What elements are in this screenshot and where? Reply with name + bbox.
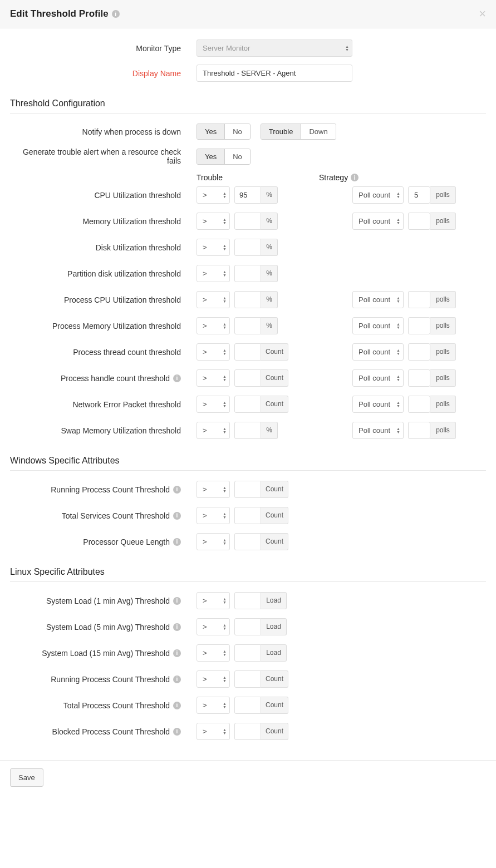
unit-swap: % bbox=[261, 422, 278, 439]
lin-op-select-total[interactable]: > ▲▼ bbox=[197, 697, 230, 714]
lin-unit-load1: Load bbox=[261, 592, 287, 609]
lin-op-select-load1[interactable]: > ▲▼ bbox=[197, 592, 230, 609]
divider bbox=[10, 113, 486, 114]
win-value-input-queue[interactable] bbox=[234, 533, 261, 550]
op-select-part[interactable]: > ▲▼ bbox=[197, 265, 230, 282]
lin-op-select-running[interactable]: > ▲▼ bbox=[197, 670, 230, 688]
win-op-select-running[interactable]: > ▲▼ bbox=[197, 481, 230, 498]
lin-op-select-blocked[interactable]: > ▲▼ bbox=[197, 723, 230, 740]
lin-value-input-load1[interactable] bbox=[234, 592, 261, 609]
win-value-input-running[interactable] bbox=[234, 481, 261, 498]
lin-unit-load5: Load bbox=[261, 618, 287, 635]
lin-op-select-load15[interactable]: > ▲▼ bbox=[197, 644, 230, 662]
info-icon[interactable]: i bbox=[351, 174, 359, 181]
threshold-row-disk: Disk Utilization threshold > ▲▼ % bbox=[10, 239, 486, 256]
linux-label-load5: System Load (5 min Avg) Threshold i bbox=[10, 623, 197, 632]
notify-yes-button[interactable]: Yes bbox=[197, 124, 225, 139]
lin-value-input-load15[interactable] bbox=[234, 644, 261, 662]
value-input-cpu[interactable] bbox=[234, 186, 261, 204]
op-select-phandle[interactable]: > ▲▼ bbox=[197, 369, 230, 387]
lin-value-input-blocked[interactable] bbox=[234, 723, 261, 740]
strategy-select-cpu[interactable]: Poll count ▲▼ bbox=[352, 186, 404, 204]
strategy-select-mem[interactable]: Poll count ▲▼ bbox=[352, 213, 404, 230]
op-select-pthread[interactable]: > ▲▼ bbox=[197, 343, 230, 361]
value-input-mem[interactable] bbox=[234, 213, 261, 230]
threshold-row-pcpu: Process CPU Utilization threshold > ▲▼ %… bbox=[10, 291, 486, 308]
info-icon[interactable]: i bbox=[173, 623, 181, 631]
value-input-neterr[interactable] bbox=[234, 396, 261, 413]
op-select-pcpu[interactable]: > ▲▼ bbox=[197, 291, 230, 308]
poll-input-pcpu[interactable] bbox=[408, 291, 430, 308]
value-input-pcpu[interactable] bbox=[234, 291, 261, 308]
strategy-select-pthread[interactable]: Poll count ▲▼ bbox=[352, 343, 404, 361]
poll-input-cpu[interactable] bbox=[408, 186, 430, 204]
polls-unit: polls bbox=[430, 343, 456, 361]
lin-unit-total: Count bbox=[261, 697, 288, 714]
info-icon[interactable]: i bbox=[173, 538, 181, 546]
dialog-body: Monitor Type Server Monitor ▲▼ Display N… bbox=[0, 28, 496, 760]
info-icon[interactable]: i bbox=[173, 486, 181, 494]
win-op-select-queue[interactable]: > ▲▼ bbox=[197, 533, 230, 550]
strategy-select-neterr[interactable]: Poll count ▲▼ bbox=[352, 396, 404, 413]
monitor-type-row: Monitor Type Server Monitor ▲▼ bbox=[10, 40, 486, 57]
info-icon[interactable]: i bbox=[173, 512, 181, 520]
section-threshold-config: Threshold Configuration bbox=[10, 98, 486, 108]
info-icon[interactable]: i bbox=[173, 649, 181, 657]
poll-input-swap[interactable] bbox=[408, 422, 430, 439]
notify-down-button[interactable]: Down bbox=[301, 124, 335, 139]
value-input-disk[interactable] bbox=[234, 239, 261, 256]
lin-value-input-load5[interactable] bbox=[234, 618, 261, 635]
op-select-swap[interactable]: > ▲▼ bbox=[197, 422, 230, 439]
strategy-select-swap[interactable]: Poll count ▲▼ bbox=[352, 422, 404, 439]
info-icon[interactable]: i bbox=[173, 728, 181, 736]
polls-unit: polls bbox=[430, 369, 456, 387]
display-name-input[interactable] bbox=[197, 65, 352, 82]
info-icon[interactable]: i bbox=[173, 374, 181, 382]
resource-yes-button[interactable]: Yes bbox=[197, 149, 225, 164]
op-select-neterr[interactable]: > ▲▼ bbox=[197, 396, 230, 413]
lin-value-input-total[interactable] bbox=[234, 697, 261, 714]
op-select-mem[interactable]: > ▲▼ bbox=[197, 213, 230, 230]
resource-no-button[interactable]: No bbox=[225, 149, 250, 164]
info-icon[interactable]: i bbox=[173, 675, 181, 683]
linux-label-load15: System Load (15 min Avg) Threshold i bbox=[10, 649, 197, 658]
value-input-pthread[interactable] bbox=[234, 343, 261, 361]
value-input-swap[interactable] bbox=[234, 422, 261, 439]
value-input-phandle[interactable] bbox=[234, 369, 261, 387]
op-select-cpu[interactable]: > ▲▼ bbox=[197, 186, 230, 204]
strategy-select-pcpu[interactable]: Poll count ▲▼ bbox=[352, 291, 404, 308]
dialog-footer: Save bbox=[0, 760, 496, 795]
notify-no-button[interactable]: No bbox=[225, 124, 250, 139]
monitor-type-value: Server Monitor bbox=[197, 40, 352, 57]
resource-yesno-group: Yes No bbox=[197, 149, 251, 165]
poll-input-phandle[interactable] bbox=[408, 369, 430, 387]
strategy-select-phandle[interactable]: Poll count ▲▼ bbox=[352, 369, 404, 387]
op-select-pmem[interactable]: > ▲▼ bbox=[197, 317, 230, 334]
polls-unit: polls bbox=[430, 396, 456, 413]
linux-row-total: Total Process Count Threshold i > ▲▼ Cou… bbox=[10, 697, 486, 714]
strategy-select-pmem[interactable]: Poll count ▲▼ bbox=[352, 317, 404, 334]
close-icon[interactable]: × bbox=[479, 8, 486, 20]
info-icon[interactable]: i bbox=[112, 10, 120, 18]
poll-input-pmem[interactable] bbox=[408, 317, 430, 334]
poll-input-mem[interactable] bbox=[408, 213, 430, 230]
poll-input-pthread[interactable] bbox=[408, 343, 430, 361]
value-input-pmem[interactable] bbox=[234, 317, 261, 334]
monitor-type-select[interactable]: Server Monitor ▲▼ bbox=[197, 40, 352, 57]
win-op-select-services[interactable]: > ▲▼ bbox=[197, 507, 230, 524]
polls-unit: polls bbox=[430, 213, 456, 230]
save-button[interactable]: Save bbox=[10, 768, 43, 787]
value-input-part[interactable] bbox=[234, 265, 261, 282]
info-icon[interactable]: i bbox=[173, 702, 181, 709]
notify-trouble-down-group: Trouble Down bbox=[261, 124, 336, 140]
info-icon[interactable]: i bbox=[173, 597, 181, 605]
notify-trouble-button[interactable]: Trouble bbox=[261, 124, 302, 139]
poll-input-neterr[interactable] bbox=[408, 396, 430, 413]
win-value-input-services[interactable] bbox=[234, 507, 261, 524]
op-select-disk[interactable]: > ▲▼ bbox=[197, 239, 230, 256]
lin-op-select-load5[interactable]: > ▲▼ bbox=[197, 618, 230, 635]
display-name-row: Display Name bbox=[10, 65, 486, 82]
threshold-row-neterr: Network Error Packet threshold > ▲▼ Coun… bbox=[10, 396, 486, 413]
lin-value-input-running[interactable] bbox=[234, 670, 261, 688]
dialog-header: Edit Threshold Profile i × bbox=[0, 0, 496, 28]
